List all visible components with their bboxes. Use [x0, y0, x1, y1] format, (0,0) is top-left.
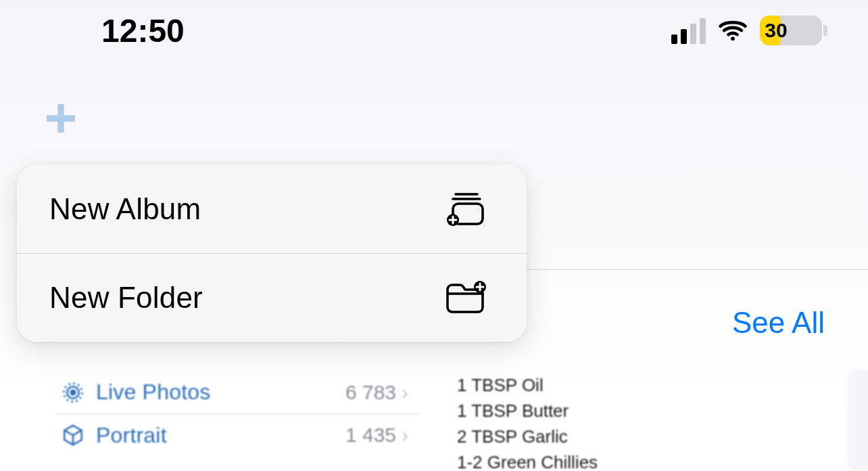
cellular-signal-icon	[671, 17, 706, 44]
new-folder-menuitem[interactable]: New Folder	[17, 253, 527, 342]
media-types-list: Live Photos 6 783 › Portrait 1 435 ›	[55, 371, 420, 456]
battery-indicator: 30	[760, 16, 827, 45]
status-bar: 12:50 30	[0, 0, 868, 61]
new-album-icon	[441, 189, 489, 229]
plus-icon	[42, 99, 80, 137]
add-button[interactable]	[37, 95, 85, 142]
see-all-link[interactable]: See All	[732, 306, 825, 340]
portrait-icon	[55, 424, 91, 447]
svg-point-3	[70, 389, 76, 395]
wifi-icon	[718, 16, 748, 45]
svg-point-0	[731, 37, 735, 41]
media-type-count: 1 435	[345, 424, 402, 447]
media-type-row[interactable]: Portrait 1 435 ›	[55, 413, 420, 456]
status-right: 30	[671, 16, 827, 45]
create-menu-popover: New Album New Folder	[17, 164, 527, 342]
menu-item-label: New Folder	[49, 281, 203, 315]
media-type-count: 6 783	[345, 381, 402, 404]
media-type-row[interactable]: Live Photos 6 783 ›	[55, 371, 420, 413]
next-album-card-edge	[849, 371, 868, 471]
divider	[526, 269, 868, 270]
new-folder-icon	[441, 278, 489, 317]
menu-item-label: New Album	[49, 192, 201, 226]
media-type-name: Portrait	[91, 423, 345, 448]
chevron-right-icon: ›	[402, 424, 420, 447]
new-album-menuitem[interactable]: New Album	[17, 164, 527, 253]
album-thumbnail-text: 1 TBSP Oil 1 TBSP Butter 2 TBSP Garlic 1…	[457, 372, 741, 471]
media-type-name: Live Photos	[91, 380, 345, 405]
live-photos-icon	[55, 381, 91, 404]
battery-percent: 30	[760, 19, 822, 42]
chevron-right-icon: ›	[402, 381, 420, 404]
clock-time: 12:50	[101, 12, 185, 49]
